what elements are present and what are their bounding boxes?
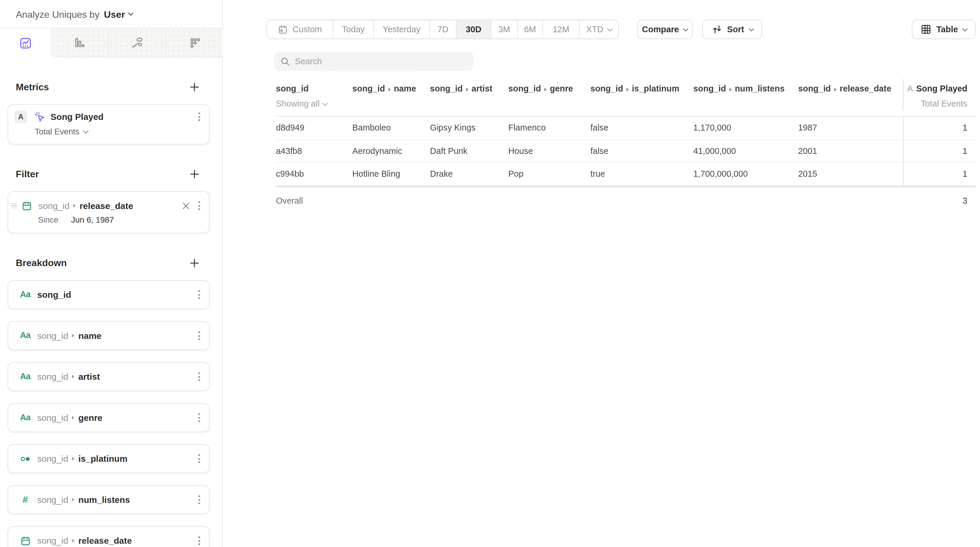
column-header[interactable]: song_idgenre <box>508 82 590 95</box>
column-prefix: song_id <box>508 84 541 93</box>
metric-event-name: Song Played <box>51 110 104 123</box>
breakdown-menu-button[interactable] <box>196 411 203 424</box>
breakdown-card[interactable]: Aa song_id genre <box>8 403 210 432</box>
breakdown-menu-button[interactable] <box>196 493 203 506</box>
breakdown-menu-button[interactable] <box>196 288 203 301</box>
view-type-label: Table <box>937 25 958 34</box>
sort-label: Sort <box>727 25 744 34</box>
column-label: release_date <box>840 84 891 93</box>
cell-genre: Pop <box>508 169 590 179</box>
column-header[interactable]: song_id <box>276 82 352 95</box>
add-filter-button[interactable] <box>189 169 199 179</box>
column-header[interactable]: song_idname <box>352 82 430 95</box>
breakdown-property-name: artist <box>78 370 100 383</box>
flows-icon <box>131 37 143 49</box>
column-header[interactable]: song_idrelease_date <box>798 82 903 95</box>
showing-filter-dropdown[interactable]: Showing all <box>276 98 903 110</box>
tab-bar-chart[interactable] <box>51 29 108 57</box>
property-arrow-icon <box>834 87 837 92</box>
column-header[interactable]: song_idis_platinum <box>590 82 693 95</box>
breakdown-card[interactable]: song_id release_date by Year <box>8 526 210 547</box>
breakdown-card[interactable]: # song_id num_listens <box>8 485 210 514</box>
chevron-down-icon <box>323 101 328 106</box>
metric-aggregation-dropdown[interactable]: Total Events <box>14 127 203 136</box>
metric-column-aggregation: Total Events <box>904 98 967 110</box>
chevron-down-icon <box>748 26 754 31</box>
date-range-label: 7D <box>438 25 449 34</box>
insights-chart-icon <box>19 37 31 49</box>
column-header[interactable]: song_idnum_listens <box>693 82 798 95</box>
number-property-icon: # <box>19 494 31 505</box>
filter-menu-button[interactable] <box>196 200 203 212</box>
bar-chart-icon <box>73 37 85 49</box>
date-range-segment[interactable]: 3M <box>491 20 517 38</box>
property-arrow-icon <box>72 375 75 379</box>
cell-is-platinum: true <box>590 169 693 179</box>
date-range-segment[interactable]: Yesterday <box>373 20 430 38</box>
date-range-label: 12M <box>553 25 570 34</box>
breakdown-property-prefix: song_id <box>37 493 68 506</box>
metric-column-badge: A <box>907 84 913 93</box>
breakdown-title: Breakdown <box>16 257 67 268</box>
cell-genre: Flamenco <box>508 123 590 133</box>
overall-value: 3 <box>903 196 975 206</box>
property-arrow-icon <box>388 87 391 92</box>
table-grid-icon <box>920 24 931 35</box>
breakdown-menu-button[interactable] <box>196 370 203 383</box>
cell-num-listens: 41,000,000 <box>693 146 798 156</box>
column-header[interactable]: song_idartist <box>430 82 508 95</box>
analyze-entity-value: User <box>104 9 125 19</box>
tab-insights[interactable] <box>0 29 51 57</box>
breakdown-card[interactable]: song_id is_platinum <box>8 444 210 473</box>
breakdown-card[interactable]: Aa song_id <box>8 280 210 309</box>
date-range-segment[interactable]: 12M <box>542 20 579 38</box>
filter-value[interactable]: Jun 6, 1987 <box>71 215 114 225</box>
table-row: c994bb Hotline Bling Drake Pop true 1,70… <box>276 163 975 186</box>
cell-metric-value: 1 <box>903 140 975 162</box>
sort-button[interactable]: Sort <box>702 19 762 39</box>
date-property-icon <box>21 200 32 211</box>
breakdown-menu-button[interactable] <box>196 452 203 465</box>
date-range-segment[interactable]: 6M <box>517 20 542 38</box>
tab-flows[interactable] <box>108 29 165 57</box>
search-input[interactable] <box>295 57 467 66</box>
cell-release-date: 2001 <box>798 146 903 156</box>
breakdown-property-name: name <box>78 330 101 342</box>
date-range-segment[interactable]: 7D <box>429 20 456 38</box>
date-range-segment[interactable]: 30D <box>456 20 491 38</box>
breakdown-card[interactable]: Aa song_id artist <box>8 362 210 391</box>
metric-menu-button[interactable] <box>196 110 203 123</box>
metric-card[interactable]: A Song Played Total Events <box>8 104 210 144</box>
cell-song-id: d8d949 <box>276 123 352 133</box>
add-metric-button[interactable] <box>189 82 199 92</box>
date-range-segment[interactable]: Custom <box>267 20 333 38</box>
filter-card[interactable]: song_id release_date Since Jun 6, 1987 <box>8 191 210 233</box>
column-prefix: song_id <box>430 84 463 93</box>
date-range-segment[interactable]: Today <box>333 20 373 38</box>
analyze-entity-dropdown[interactable]: User <box>104 9 133 19</box>
date-range-label: Today <box>342 25 365 34</box>
breakdown-card[interactable]: Aa song_id name <box>8 321 210 350</box>
search-icon <box>280 57 290 66</box>
cell-artist: Drake <box>430 169 508 179</box>
property-arrow-icon <box>466 87 469 92</box>
breakdown-menu-button[interactable] <box>196 330 203 342</box>
view-type-button[interactable]: Table <box>912 19 975 39</box>
property-arrow-icon <box>729 87 732 92</box>
breakdown-menu-button[interactable] <box>196 534 203 547</box>
overall-row: Overall 3 <box>276 187 975 215</box>
drag-handle-icon[interactable] <box>11 203 17 208</box>
tab-retention[interactable] <box>165 29 223 57</box>
metric-column-header[interactable]: ASong Played Total Events <box>903 79 975 110</box>
column-prefix: song_id <box>590 84 623 93</box>
property-arrow-icon <box>72 498 75 502</box>
add-breakdown-button[interactable] <box>189 258 199 268</box>
filter-property-name: release_date <box>80 200 133 212</box>
compare-button[interactable]: Compare <box>637 19 693 39</box>
remove-filter-button[interactable] <box>183 202 189 209</box>
filter-operator-dropdown[interactable]: Since <box>38 215 58 225</box>
date-range-segment[interactable]: XTD <box>579 20 618 38</box>
text-property-icon: Aa <box>19 371 31 382</box>
date-range-label: 3M <box>498 25 510 34</box>
cell-artist: Daft Punk <box>430 146 508 156</box>
